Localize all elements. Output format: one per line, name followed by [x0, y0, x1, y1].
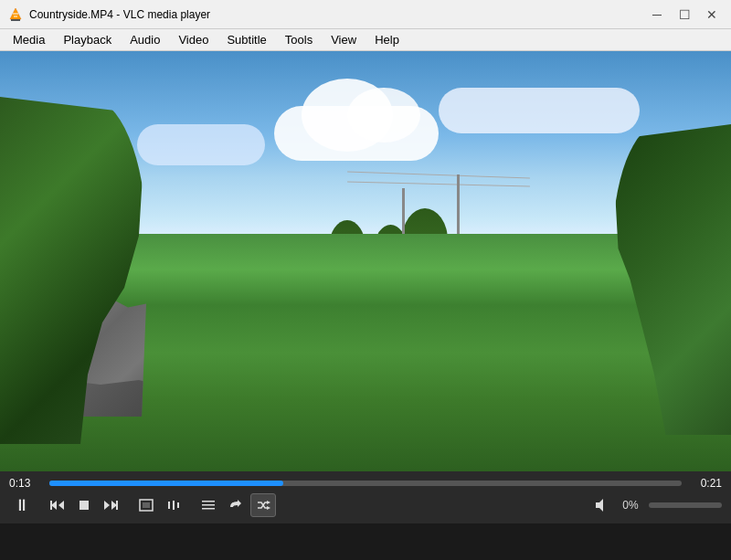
- svg-rect-18: [202, 508, 215, 510]
- video-area[interactable]: [0, 51, 731, 471]
- stop-button[interactable]: [71, 493, 97, 517]
- cloud-2: [439, 88, 640, 133]
- close-button[interactable]: ✕: [700, 5, 724, 24]
- svg-rect-14: [173, 501, 175, 510]
- menu-media[interactable]: Media: [4, 29, 54, 50]
- video-frame: [0, 51, 731, 471]
- menu-view[interactable]: View: [322, 29, 366, 50]
- svg-rect-1: [11, 19, 20, 21]
- svg-rect-17: [202, 504, 215, 506]
- svg-marker-21: [596, 499, 603, 512]
- menu-help[interactable]: Help: [366, 29, 408, 50]
- menu-video[interactable]: Video: [169, 29, 217, 50]
- volume-percentage: 0%: [618, 499, 643, 512]
- toggle-playlist-button[interactable]: [196, 493, 221, 517]
- seek-row: 0:13 0:21: [0, 471, 731, 491]
- svg-rect-13: [168, 502, 170, 509]
- menu-tools[interactable]: Tools: [276, 29, 322, 50]
- menu-audio[interactable]: Audio: [121, 29, 169, 50]
- seek-bar[interactable]: [49, 481, 682, 486]
- menu-bar: Media Playback Audio Video Subtitle Tool…: [0, 29, 731, 51]
- wire-2: [347, 181, 530, 186]
- maximize-button[interactable]: ☐: [673, 5, 696, 24]
- minimize-button[interactable]: ─: [645, 5, 669, 24]
- svg-rect-10: [116, 501, 118, 510]
- svg-rect-15: [177, 502, 179, 508]
- volume-bar[interactable]: [649, 502, 722, 508]
- volume-area: 0%: [590, 494, 722, 516]
- menu-subtitle[interactable]: Subtitle: [217, 29, 275, 50]
- svg-marker-8: [104, 501, 110, 510]
- svg-rect-12: [143, 502, 150, 508]
- window-controls: ─ ☐ ✕: [645, 5, 724, 24]
- shuffle-button[interactable]: [250, 493, 276, 517]
- svg-rect-16: [202, 501, 215, 502]
- svg-marker-20: [267, 506, 270, 510]
- title-bar: Countryside.MP4 - VLC media player ─ ☐ ✕: [0, 0, 731, 29]
- play-pause-button[interactable]: ⏸: [9, 493, 35, 517]
- fullscreen-button[interactable]: [133, 493, 159, 517]
- cloud-3: [137, 124, 265, 165]
- extended-settings-button[interactable]: [161, 493, 186, 517]
- vlc-logo: [7, 6, 24, 23]
- next-button[interactable]: [99, 493, 124, 517]
- time-total: 0:21: [689, 477, 722, 490]
- previous-button[interactable]: [44, 493, 69, 517]
- seek-bar-fill: [49, 481, 283, 486]
- volume-button[interactable]: [590, 494, 612, 516]
- svg-marker-19: [267, 501, 270, 504]
- svg-marker-6: [58, 501, 64, 510]
- wire-1: [347, 172, 530, 179]
- window-title: Countryside.MP4 - VLC media player: [29, 8, 645, 21]
- svg-rect-5: [50, 501, 52, 510]
- time-current: 0:13: [9, 477, 42, 490]
- buttons-row: ⏸: [0, 491, 731, 521]
- loop-button[interactable]: [223, 493, 249, 517]
- menu-playback[interactable]: Playback: [54, 29, 121, 50]
- control-bar: 0:13 0:21 ⏸: [0, 471, 731, 523]
- cloud-1: [274, 106, 439, 161]
- svg-rect-7: [79, 501, 89, 510]
